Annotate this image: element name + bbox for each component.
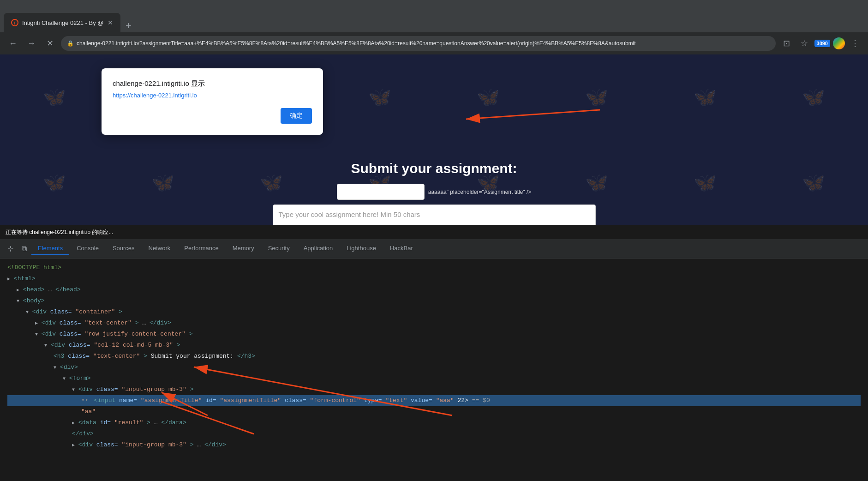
body-open-line: <body> [7, 295, 861, 307]
tab-title: Intigriti Challenge 0221 - By @ [22, 19, 104, 26]
cast-icon[interactable]: ⊡ [779, 36, 794, 51]
new-tab-button[interactable]: + [122, 19, 135, 32]
container-open-line: <div class= "container" > [7, 307, 861, 318]
text-aa-line: "aa" [7, 406, 861, 417]
menu-icon[interactable]: ⋮ [848, 36, 862, 51]
tab-memory[interactable]: Memory [226, 242, 261, 255]
device-toggle-button[interactable]: ⧉ [18, 242, 30, 255]
tab-sources[interactable]: Sources [106, 242, 141, 255]
back-button[interactable]: ← [6, 36, 20, 51]
url-text: challenge-0221.intigriti.io/?assignmentT… [77, 40, 636, 47]
lock-icon: 🔒 [67, 40, 74, 47]
input-element-line[interactable]: •• <input name= "assignmentTitle" id= "a… [7, 395, 861, 406]
head-line: <head> … </head> [7, 284, 861, 295]
tab-network[interactable]: Network [142, 242, 177, 255]
alert-modal: challenge-0221.intigriti.io 显示 https://c… [102, 68, 323, 135]
address-bar-row: ← → ✕ 🔒 challenge-0221.intigriti.io/?ass… [0, 32, 868, 54]
devtools-panel: ⊹ ⧉ Elements Console Sources Network Per… [0, 239, 868, 481]
red-arrow-1 [383, 82, 614, 138]
active-tab[interactable]: i Intigriti Challenge 0221 - By @ ✕ [4, 13, 120, 32]
bookmark-icon[interactable]: ☆ [797, 36, 812, 51]
input-html-snippet: aaaaaa" placeholder="Assignment title" /… [428, 189, 532, 195]
svg-line-1 [466, 110, 600, 119]
div-close-line: </div> [7, 428, 861, 439]
tab-bar: i Intigriti Challenge 0221 - By @ ✕ + [0, 0, 868, 32]
text-center-line: <div class= "text-center" > … </div> [7, 318, 861, 329]
extension-badge[interactable]: 3090 [814, 40, 830, 47]
input-group2-line: <div class= "input-group mb-3" > … </div… [7, 439, 861, 451]
doctype-line: <!DOCTYPE html> [7, 262, 861, 273]
forward-button[interactable]: → [24, 36, 39, 51]
tab-hackbar[interactable]: HackBar [383, 242, 419, 255]
tab-security[interactable]: Security [262, 242, 296, 255]
tab-performance[interactable]: Performance [178, 242, 225, 255]
alert-url: https://challenge-0221.intigriti.io [113, 92, 312, 99]
tab-application[interactable]: Application [297, 242, 340, 255]
devtools-toolbar: ⊹ ⧉ Elements Console Sources Network Per… [0, 239, 868, 259]
col-open-line: <div class= "col-12 col-md-5 mb-3" > [7, 340, 861, 351]
data-result-line[interactable]: <data id= "result" > … </data> [7, 417, 861, 428]
inspect-element-button[interactable]: ⊹ [4, 242, 17, 255]
reload-button[interactable]: ✕ [42, 36, 57, 51]
tab-console[interactable]: Console [70, 242, 105, 255]
assignment-textarea[interactable]: Type your cool assignment here! Min 50 c… [273, 204, 596, 225]
alert-title: challenge-0221.intigriti.io 显示 [113, 79, 312, 88]
page-content: 🦋🦋🦋 🦋🦋🦋 🦋🦋 🦋🦋🦋 🦋🦋🦋 🦋🦋 challenge-0221.int… [0, 54, 868, 225]
submit-heading: Submit your assignment: [273, 161, 596, 176]
browser-window: i Intigriti Challenge 0221 - By @ ✕ + ← … [0, 0, 868, 481]
tab-elements[interactable]: Elements [31, 242, 69, 255]
form-open-line: <form> [7, 373, 861, 384]
status-bar: 正在等待 challenge-0221.intigriti.io 的响应... [0, 225, 868, 239]
alert-ok-button[interactable]: 确定 [281, 108, 312, 124]
profile-button[interactable] [833, 37, 845, 49]
close-tab-button[interactable]: ✕ [108, 19, 113, 26]
row-open-line: <div class= "row justify-content-center"… [7, 329, 861, 340]
status-text: 正在等待 challenge-0221.intigriti.io 的响应... [6, 228, 113, 236]
input-row: aaa aaaaaa" placeholder="Assignment titl… [273, 184, 596, 200]
html-open-line: <html> [7, 273, 861, 284]
devtools-content[interactable]: <!DOCTYPE html> <html> <head> … </head> … [0, 259, 868, 481]
assignment-title-input[interactable]: aaa [337, 184, 425, 200]
address-bar[interactable]: 🔒 challenge-0221.intigriti.io/?assignmen… [61, 36, 776, 51]
h3-line: <h3 class= "text-center" > Submit your a… [7, 351, 861, 362]
favicon: i [11, 19, 18, 26]
tab-lighthouse[interactable]: Lighthouse [340, 242, 383, 255]
page-main-content: Submit your assignment: aaa aaaaaa" plac… [273, 161, 596, 225]
div-open-line: <div> [7, 362, 861, 373]
input-group-open-line: <div class= "input-group mb-3" > [7, 384, 861, 395]
toolbar-actions: ⊡ ☆ 3090 ⋮ [779, 36, 862, 51]
